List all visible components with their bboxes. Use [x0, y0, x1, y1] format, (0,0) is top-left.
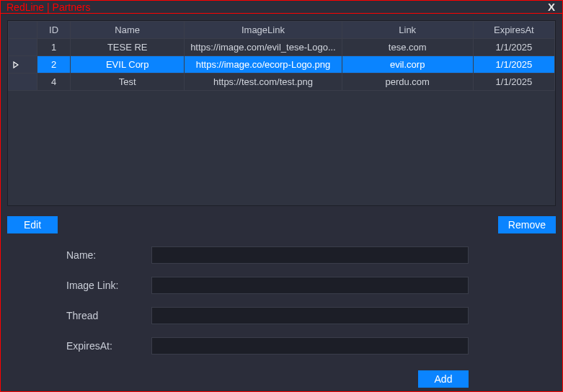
table-row[interactable]: 1TESE REhttps://image.com/evil_tese-Logo… [9, 39, 555, 56]
add-button-row: Add [66, 370, 469, 388]
partners-grid[interactable]: ID Name ImageLink Link ExpiresAt 1TESE R… [7, 20, 556, 206]
form-row-expires: ExpiresAt: [66, 337, 556, 355]
col-imagelink[interactable]: ImageLink [185, 22, 342, 39]
col-id[interactable]: ID [37, 22, 71, 39]
row-indicator[interactable] [9, 74, 37, 91]
cell-name[interactable]: TESE RE [71, 39, 185, 56]
cell-link[interactable]: tese.com [342, 39, 473, 56]
add-button[interactable]: Add [418, 370, 469, 388]
cell-name[interactable]: Test [71, 74, 185, 91]
form-row-name: Name: [66, 246, 556, 264]
name-label: Name: [66, 249, 151, 261]
name-field[interactable] [151, 246, 469, 264]
cell-id[interactable]: 2 [37, 56, 71, 74]
thread-label: Thread [66, 310, 151, 321]
row-indicator[interactable] [9, 56, 37, 74]
cell-expires[interactable]: 1/1/2025 [473, 39, 554, 56]
table-header-row: ID Name ImageLink Link ExpiresAt [9, 22, 555, 39]
expires-field[interactable] [151, 337, 469, 355]
form-row-thread: Thread [66, 307, 556, 324]
col-expires[interactable]: ExpiresAt [473, 22, 554, 39]
table-row[interactable]: 2EVIL Corphttps://image.co/ecorp-Logo.pn… [9, 56, 555, 74]
cell-id[interactable]: 1 [37, 39, 71, 56]
cell-imagelink[interactable]: https://image.com/evil_tese-Logo... [185, 39, 342, 56]
imagelink-field[interactable] [151, 277, 469, 294]
form-row-imagelink: Image Link: [66, 277, 556, 294]
col-name[interactable]: Name [71, 22, 185, 39]
partners-table: ID Name ImageLink Link ExpiresAt 1TESE R… [8, 21, 555, 91]
remove-button[interactable]: Remove [498, 216, 556, 233]
window-title: RedLine | Partners [6, 1, 545, 13]
add-form: Name: Image Link: Thread ExpiresAt: [66, 246, 556, 368]
rowheader-col [9, 22, 37, 39]
content-area: ID Name ImageLink Link ExpiresAt 1TESE R… [1, 14, 562, 392]
edit-button[interactable]: Edit [7, 216, 58, 233]
titlebar[interactable]: RedLine | Partners X [1, 1, 562, 14]
table-row[interactable]: 4Testhttps://test.com/test.pngperdu.com1… [9, 74, 555, 91]
current-row-icon [13, 61, 19, 68]
partners-window: RedLine | Partners X ID Name ImageLink L… [0, 0, 563, 392]
imagelink-label: Image Link: [66, 280, 151, 291]
cell-imagelink[interactable]: https://test.com/test.png [185, 74, 342, 91]
cell-name[interactable]: EVIL Corp [71, 56, 185, 74]
cell-expires[interactable]: 1/1/2025 [473, 56, 554, 74]
spacer [63, 216, 492, 233]
expires-label: ExpiresAt: [66, 340, 151, 352]
cell-id[interactable]: 4 [37, 74, 71, 91]
col-link[interactable]: Link [342, 22, 473, 39]
button-row: Edit Remove [7, 216, 556, 233]
close-icon[interactable]: X [545, 1, 558, 13]
cell-link[interactable]: evil.corp [342, 56, 473, 74]
cell-imagelink[interactable]: https://image.co/ecorp-Logo.png [185, 56, 342, 74]
cell-link[interactable]: perdu.com [342, 74, 473, 91]
thread-field[interactable] [151, 307, 469, 324]
cell-expires[interactable]: 1/1/2025 [473, 74, 554, 91]
row-indicator[interactable] [9, 39, 37, 56]
